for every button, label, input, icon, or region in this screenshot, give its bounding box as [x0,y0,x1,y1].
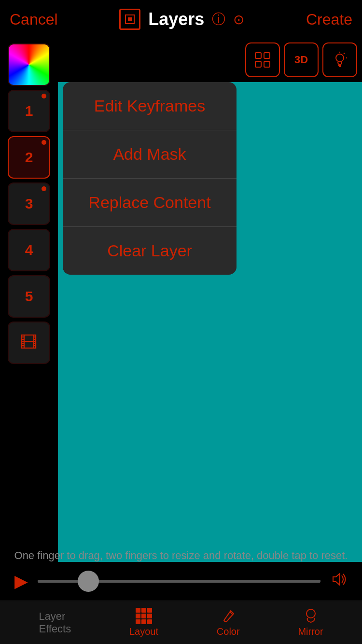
svg-line-8 [344,53,345,54]
nav-mirror[interactable]: Mirror [298,608,323,637]
film-layer-thumb[interactable]: 🎞 [8,322,50,364]
replace-content-item[interactable]: Replace Content [63,179,237,227]
layer-2-num: 2 [25,149,33,166]
svg-rect-3 [264,61,270,67]
layer-5-num: 5 [25,288,33,305]
layer-4-thumb[interactable]: 4 [8,229,50,271]
layer-1-num: 1 [25,103,33,119]
svg-rect-2 [255,61,261,67]
layer-3-thumb[interactable]: 3 [8,182,50,225]
hint-text: One finger to drag, two fingers to resiz… [0,549,362,562]
cancel-button[interactable]: Cancel [10,11,58,28]
layer-5-thumb[interactable]: 5 [8,275,50,318]
nav-layer-effects-label1: Layer [39,610,65,623]
layer-4-num: 4 [25,242,33,258]
volume-button[interactable] [330,571,348,592]
nav-color-label: Color [217,626,240,637]
slider-thumb[interactable] [78,571,99,592]
nav-mirror-label: Mirror [298,626,323,637]
play-button[interactable]: ▶ [14,571,28,591]
grid-layout-btn[interactable] [245,42,280,77]
lightbulb-button[interactable] [322,42,357,77]
main-area: 1 2 3 4 5 🎞 [0,39,362,601]
create-button[interactable]: Create [306,11,352,28]
page-title: Layers [148,9,204,29]
color-layer-thumb[interactable] [8,43,50,86]
timeline-slider[interactable] [38,580,320,583]
header: Cancel Layers ⓘ ⊙ Create [0,0,362,39]
right-toolbar: 3D [245,42,357,77]
3d-label: 3D [294,54,308,66]
film-icon: 🎞 [20,333,38,353]
nav-layer-effects[interactable]: Layer Effects [39,610,71,635]
svg-point-4 [336,54,344,62]
playback-bar: ▶ [0,562,362,601]
camera-icon[interactable]: ⊙ [233,12,244,28]
bottom-nav: Layer Effects Layout Color Mirror [0,601,362,644]
brush-icon [220,608,237,624]
layout-grid-icon [136,608,152,624]
edit-keyframes-item[interactable]: Edit Keyframes [63,82,237,130]
svg-point-11 [306,609,315,618]
svg-rect-1 [264,53,270,58]
nav-color[interactable]: Color [217,608,240,637]
qr-inner [125,14,135,24]
dropdown-menu: Edit Keyframes Add Mask Replace Content … [63,82,237,275]
info-icon[interactable]: ⓘ [212,10,225,28]
3d-button[interactable]: 3D [284,42,319,77]
sidebar: 1 2 3 4 5 🎞 [0,39,58,601]
svg-rect-0 [255,53,261,58]
mirror-icon [303,608,319,624]
header-center: Layers ⓘ ⊙ [119,9,244,30]
layer-3-num: 3 [25,196,33,212]
layer-1-dot [42,94,46,98]
qr-dot [128,17,132,21]
layer-2-thumb[interactable]: 2 [8,136,50,179]
layer-1-thumb[interactable]: 1 [8,90,50,132]
qr-icon[interactable] [119,9,140,30]
nav-layout[interactable]: Layout [129,608,158,637]
clear-layer-item[interactable]: Clear Layer [63,227,237,275]
layer-2-dot [42,140,46,145]
nav-layout-label: Layout [129,626,158,637]
nav-layer-effects-label2: Effects [39,623,71,635]
layer-3-dot [42,186,46,191]
add-mask-item[interactable]: Add Mask [63,130,237,179]
